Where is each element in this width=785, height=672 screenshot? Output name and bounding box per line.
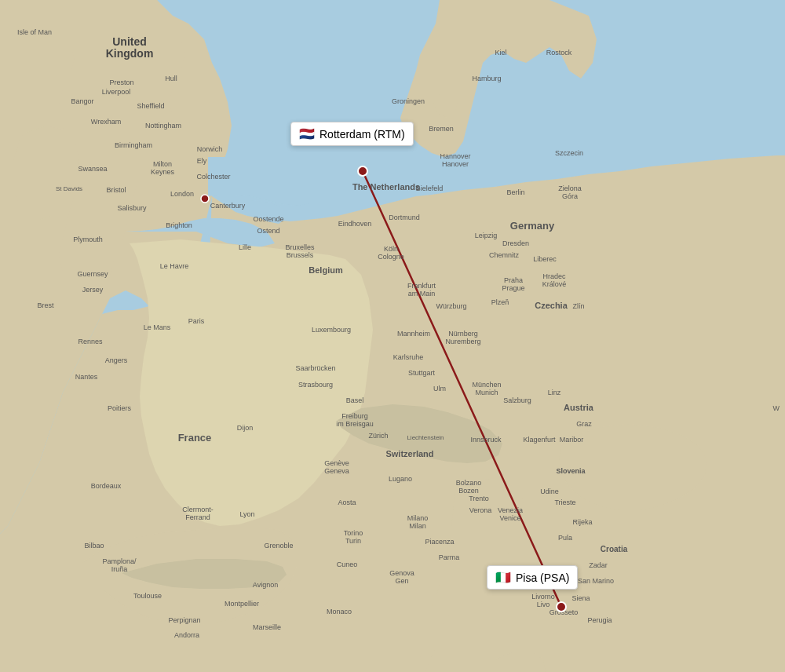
svg-text:Karlsruhe: Karlsruhe	[393, 353, 424, 361]
svg-text:Frankfurt: Frankfurt	[407, 282, 436, 290]
svg-text:Luxembourg: Luxembourg	[312, 326, 351, 334]
svg-text:Ely: Ely	[197, 157, 207, 165]
svg-text:Ferrand: Ferrand	[185, 513, 210, 521]
svg-text:Dijon: Dijon	[237, 424, 254, 432]
svg-text:Switzerland: Switzerland	[385, 449, 433, 458]
svg-text:Marseille: Marseille	[253, 623, 281, 631]
svg-text:Paris: Paris	[188, 317, 205, 325]
svg-text:Rostock: Rostock	[546, 49, 572, 57]
svg-text:Croatia: Croatia	[601, 545, 628, 553]
svg-text:Jersey: Jersey	[82, 286, 104, 294]
svg-text:W: W	[773, 404, 780, 412]
svg-point-151	[201, 195, 209, 203]
pisa-airport-label: 🇮🇹 Pisa (PSA)	[487, 565, 578, 590]
svg-text:Ulm: Ulm	[433, 385, 446, 393]
svg-text:Freiburg: Freiburg	[341, 412, 368, 420]
svg-text:Andorra: Andorra	[174, 631, 199, 639]
svg-point-150	[557, 602, 566, 612]
svg-text:München: München	[472, 381, 501, 389]
svg-text:Austria: Austria	[564, 403, 594, 412]
svg-text:Hanover: Hanover	[442, 160, 469, 168]
svg-text:Králové: Králové	[542, 280, 567, 288]
svg-text:Milton: Milton	[153, 160, 172, 168]
svg-text:Kiel: Kiel	[495, 49, 506, 57]
svg-text:Cologne: Cologne	[378, 253, 404, 261]
svg-text:San Marino: San Marino	[578, 577, 614, 585]
svg-text:am Main: am Main	[408, 290, 436, 298]
svg-text:Zielona: Zielona	[558, 184, 582, 192]
svg-text:Sheffield: Sheffield	[137, 102, 165, 110]
svg-text:Liechtenstein: Liechtenstein	[407, 434, 444, 441]
svg-text:The Netherlands: The Netherlands	[352, 182, 420, 192]
svg-text:London: London	[170, 190, 194, 198]
svg-text:Parma: Parma	[439, 553, 460, 561]
svg-text:Dresden: Dresden	[502, 239, 529, 247]
svg-text:Norwich: Norwich	[197, 145, 223, 153]
svg-text:Torino: Torino	[344, 529, 363, 537]
svg-text:Preston: Preston	[109, 79, 133, 86]
svg-text:Brest: Brest	[37, 301, 54, 309]
rotterdam-label-text: Rotterdam (RTM)	[319, 128, 405, 141]
svg-text:Leipzig: Leipzig	[475, 232, 498, 239]
svg-text:Brighton: Brighton	[166, 221, 192, 229]
svg-text:Chemnitz: Chemnitz	[489, 251, 520, 259]
svg-text:Belgium: Belgium	[309, 265, 343, 275]
svg-text:Trento: Trento	[469, 495, 489, 502]
svg-text:Geneva: Geneva	[324, 467, 349, 475]
svg-text:Pula: Pula	[558, 534, 572, 542]
svg-text:Bordeaux: Bordeaux	[91, 482, 122, 490]
svg-text:Rijeka: Rijeka	[572, 518, 592, 526]
svg-text:Isle of Man: Isle of Man	[17, 28, 52, 36]
svg-text:Pamplona/: Pamplona/	[102, 557, 137, 565]
svg-text:Verona: Verona	[469, 506, 492, 514]
rotterdam-airport-label: 🇳🇱 Rotterdam (RTM)	[290, 122, 414, 146]
svg-text:Salzburg: Salzburg	[503, 396, 531, 404]
svg-text:Poitiers: Poitiers	[108, 404, 132, 412]
svg-text:France: France	[178, 432, 212, 444]
svg-text:Siena: Siena	[571, 594, 590, 602]
svg-text:Lyon: Lyon	[239, 510, 254, 518]
svg-text:Plymouth: Plymouth	[73, 236, 103, 243]
svg-text:Angers: Angers	[105, 356, 128, 364]
svg-text:Liverpool: Liverpool	[102, 88, 131, 96]
svg-text:Lille: Lille	[239, 243, 251, 251]
svg-text:Swansea: Swansea	[78, 165, 107, 173]
svg-text:Ostend: Ostend	[257, 227, 279, 235]
svg-text:United: United	[112, 35, 147, 48]
svg-text:Aosta: Aosta	[338, 499, 356, 506]
svg-text:Monaco: Monaco	[327, 608, 352, 615]
svg-text:Iruña: Iruña	[111, 565, 128, 573]
svg-text:Milan: Milan	[409, 522, 426, 530]
svg-text:Góra: Góra	[562, 192, 578, 200]
svg-text:Szczecin: Szczecin	[555, 149, 583, 157]
svg-text:Montpellier: Montpellier	[225, 600, 259, 608]
svg-text:Eindhoven: Eindhoven	[338, 220, 372, 228]
svg-text:Slovenia: Slovenia	[556, 467, 586, 475]
svg-text:Basel: Basel	[346, 396, 364, 404]
svg-text:Clermont-: Clermont-	[182, 506, 214, 513]
svg-text:Hamburg: Hamburg	[472, 75, 501, 82]
svg-text:Turin: Turin	[345, 537, 361, 545]
svg-text:Plzeň: Plzeň	[491, 298, 509, 306]
svg-text:Keynes: Keynes	[151, 168, 175, 176]
svg-text:Guernsey: Guernsey	[77, 270, 108, 278]
svg-text:Linz: Linz	[548, 389, 561, 396]
svg-text:Nuremberg: Nuremberg	[445, 338, 480, 345]
svg-text:Hradec: Hradec	[542, 272, 566, 280]
svg-text:Oostende: Oostende	[253, 215, 283, 223]
svg-text:Milano: Milano	[407, 514, 429, 522]
svg-text:Nürnberg: Nürnberg	[448, 330, 478, 338]
svg-text:Toulouse: Toulouse	[133, 592, 162, 600]
map-container: United Kingdom Preston Hull Sheffield Li…	[0, 0, 785, 672]
svg-text:Graz: Graz	[576, 420, 592, 428]
netherlands-flag: 🇳🇱	[299, 126, 315, 141]
svg-text:Klagenfurt: Klagenfurt	[523, 436, 556, 444]
svg-text:Avignon: Avignon	[253, 581, 278, 589]
svg-text:Köln: Köln	[384, 245, 398, 253]
svg-text:Venice: Venice	[499, 514, 520, 522]
svg-text:Perugia: Perugia	[587, 616, 612, 624]
svg-text:Dortmund: Dortmund	[389, 214, 420, 221]
svg-text:Zürich: Zürich	[368, 432, 388, 440]
svg-text:Colchester: Colchester	[196, 173, 230, 181]
pisa-label-text: Pisa (PSA)	[516, 572, 569, 584]
